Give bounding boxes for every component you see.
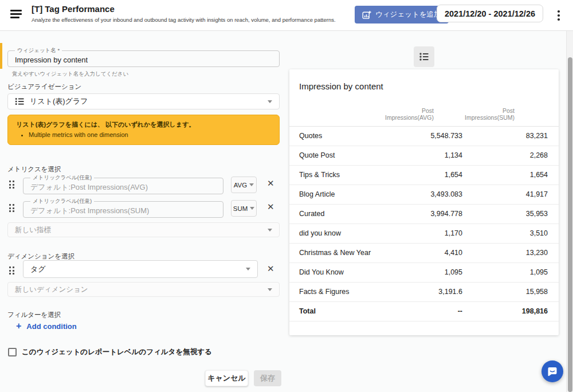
visualization-select[interactable]: リスト(表)グラフ bbox=[7, 93, 280, 109]
remove-dimension-icon[interactable]: ✕ bbox=[267, 264, 274, 273]
dimension-select[interactable]: タグ bbox=[23, 260, 258, 278]
metrics-section-label: メトリクスを選択 bbox=[7, 165, 61, 174]
chevron-down-icon bbox=[268, 229, 272, 232]
warning-title: リスト(表)グラフを描くには、 以下のいずれかを選択します。 bbox=[16, 120, 271, 129]
list-icon bbox=[419, 52, 429, 62]
widget-preview-card: Impression by content Post Impressions(A… bbox=[289, 69, 559, 335]
chevron-down-icon bbox=[268, 288, 272, 291]
chevron-down-icon bbox=[268, 100, 272, 103]
table-row: did you know1,1703,510 bbox=[289, 224, 559, 243]
page-subtitle: Analyze the effectiveness of your inboun… bbox=[32, 17, 336, 23]
widget-name-helper: 覚えやすいウィジェット名を入力してください bbox=[12, 70, 128, 78]
aggregation-select[interactable]: SUM bbox=[231, 200, 257, 217]
date-range-picker[interactable]: 2021/12/20 - 2021/12/26 bbox=[437, 5, 543, 22]
dimension-value: タグ bbox=[30, 264, 46, 275]
metric-label-input[interactable] bbox=[29, 206, 217, 219]
visualization-value: リスト(表)グラフ bbox=[30, 96, 88, 107]
table-row: Curated3,994.77835,953 bbox=[289, 204, 559, 224]
scrollbar-track[interactable] bbox=[566, 31, 573, 392]
new-dimension-placeholder: 新しいディメンション bbox=[15, 285, 88, 295]
drag-handle-icon[interactable] bbox=[9, 266, 14, 275]
metric-label-caption: メトリックラベル(任意) bbox=[30, 174, 94, 182]
save-button: 保存 bbox=[254, 370, 281, 386]
preview-table: Post Impressions(AVG) Post Impressions(S… bbox=[289, 104, 559, 322]
app-header: [T] Tag Performance Analyze the effectiv… bbox=[0, 0, 573, 31]
chevron-down-icon bbox=[249, 183, 254, 186]
filters-section-label: フィルターを選択 bbox=[7, 311, 61, 319]
dimension-row: タグ ✕ bbox=[0, 260, 281, 279]
add-widget-chart-icon bbox=[362, 10, 371, 19]
add-widget-button[interactable]: ウィジェットを追加 bbox=[355, 6, 449, 23]
visualization-label: ビジュアライゼーション bbox=[7, 83, 81, 91]
ignore-report-filter-checkbox-row[interactable]: このウィジェットのレポートレベルのフィルタを無視する bbox=[8, 347, 212, 357]
col-header-avg: Post Impressions(AVG) bbox=[375, 104, 462, 126]
metric-label-field: メトリックラベル(任意) bbox=[23, 198, 223, 218]
hamburger-menu-icon[interactable] bbox=[10, 10, 22, 19]
aggregation-select[interactable]: AVG bbox=[231, 177, 257, 193]
metric-label-field: メトリックラベル(任意) bbox=[23, 174, 223, 194]
widget-name-field: ウィジェット名 * bbox=[7, 47, 280, 67]
metric-row: メトリックラベル(任意) AVG ✕ bbox=[0, 174, 281, 195]
remove-metric-icon[interactable]: ✕ bbox=[267, 179, 274, 187]
kebab-menu-icon[interactable] bbox=[555, 9, 562, 22]
chat-bubble-icon bbox=[547, 366, 558, 377]
scrollbar-thumb[interactable] bbox=[568, 57, 572, 392]
chart-type-toggle-button[interactable] bbox=[414, 46, 434, 67]
new-dimension-select[interactable]: 新しいディメンション bbox=[7, 282, 280, 297]
checkbox-unchecked[interactable] bbox=[8, 348, 17, 356]
table-row: Christmas & New Year4,41013,230 bbox=[289, 243, 559, 262]
warning-item: Multiple metrics with one dimension bbox=[29, 131, 271, 138]
tag-performance-screen: [T] Tag Performance Analyze the effectiv… bbox=[0, 0, 573, 392]
drag-handle-icon[interactable] bbox=[9, 181, 14, 189]
date-range-value: 2021/12/20 - 2021/12/26 bbox=[445, 9, 535, 18]
col-header-sum: Post Impressions(SUM) bbox=[462, 104, 559, 126]
new-metric-placeholder: 新しい指標 bbox=[15, 225, 51, 235]
metric-label-caption: メトリックラベル(任意) bbox=[30, 198, 94, 205]
widget-editor: ウィジェット名 * 覚えやすいウィジェット名を入力してください ビジュアライゼー… bbox=[0, 31, 573, 392]
table-row: Blog Article3,493.08341,917 bbox=[289, 185, 559, 204]
chat-launcher-button[interactable] bbox=[541, 360, 563, 382]
chevron-down-icon bbox=[250, 207, 254, 210]
add-condition-label: Add condition bbox=[26, 322, 76, 331]
table-row: Tips & Tricks1,6541,654 bbox=[289, 165, 559, 185]
plus-icon: + bbox=[16, 322, 21, 331]
add-condition-button[interactable]: + Add condition bbox=[16, 322, 77, 331]
new-metric-select[interactable]: 新しい指標 bbox=[7, 222, 280, 237]
list-chart-icon bbox=[15, 97, 24, 106]
table-total-row: Total--198,816 bbox=[289, 301, 559, 321]
cancel-button[interactable]: キャンセル bbox=[205, 370, 248, 386]
aggregation-value: AVG bbox=[234, 182, 247, 189]
accent-bar bbox=[0, 43, 2, 69]
checkbox-label: このウィジェットのレポートレベルのフィルタを無視する bbox=[22, 347, 212, 357]
preview-title: Impression by content bbox=[299, 81, 383, 91]
visualization-warning: リスト(表)グラフを描くには、 以下のいずれかを選択します。 Multiple … bbox=[7, 115, 280, 145]
chevron-down-icon bbox=[246, 268, 250, 271]
widget-name-input[interactable] bbox=[14, 56, 273, 68]
metric-label-input[interactable] bbox=[29, 183, 217, 195]
aggregation-value: SUM bbox=[233, 205, 248, 212]
dimensions-section-label: ディメンションを選択 bbox=[7, 252, 74, 261]
table-row: Facts & Figures3,191.615,958 bbox=[289, 282, 559, 301]
metric-row: メトリックラベル(任意) SUM ✕ bbox=[0, 198, 281, 218]
widget-name-label: ウィジェット名 * bbox=[15, 47, 62, 54]
table-header-row: Post Impressions(AVG) Post Impressions(S… bbox=[289, 104, 559, 126]
remove-metric-icon[interactable]: ✕ bbox=[267, 202, 274, 211]
page-title: [T] Tag Performance bbox=[32, 4, 115, 14]
drag-handle-icon[interactable] bbox=[9, 204, 14, 212]
table-row: Quotes5,548.73383,231 bbox=[289, 126, 559, 146]
add-widget-label: ウィジェットを追加 bbox=[375, 10, 441, 19]
table-row: Quote Post1,1342,268 bbox=[289, 146, 559, 165]
table-row: Did You Know1,0951,095 bbox=[289, 262, 559, 282]
